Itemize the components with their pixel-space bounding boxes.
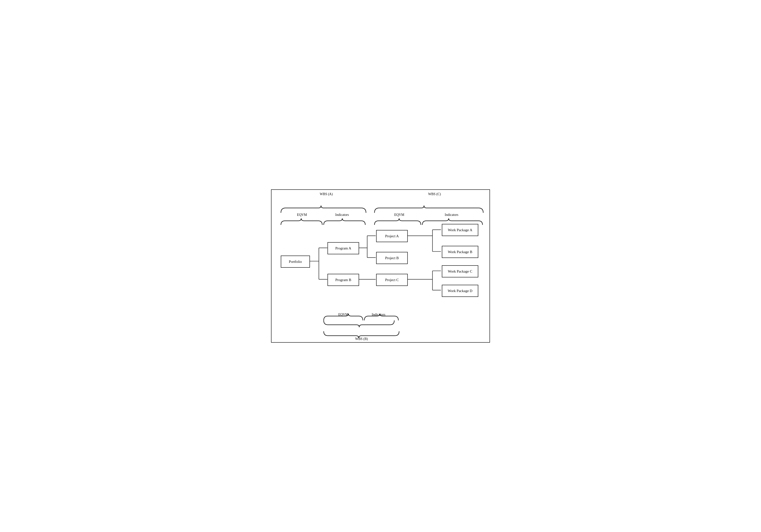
indicators-bottom-label: Indicators	[363, 313, 394, 317]
project-a-label: Project A	[385, 234, 399, 238]
wp-a-label: Work Package A	[448, 228, 472, 232]
portfolio-label: Portfolio	[289, 260, 302, 264]
project-c-label: Project C	[385, 278, 399, 282]
project-a-box: Project A	[376, 230, 408, 242]
portfolio-box: Portfolio	[281, 256, 310, 268]
program-a-box: Program A	[327, 242, 359, 254]
project-b-box: Project B	[376, 252, 408, 264]
project-b-label: Project B	[385, 256, 399, 260]
wp-d-label: Work Package D	[448, 289, 472, 293]
project-c-box: Project C	[376, 274, 408, 286]
diagram-container: Portfolio Program A Program B Project A …	[271, 189, 490, 343]
wp-b-label: Work Package B	[448, 250, 472, 254]
wp-d-box: Work Package D	[442, 285, 478, 297]
program-a-label: Program A	[335, 246, 351, 251]
eqvm-top-right-label: EQVM	[381, 213, 418, 217]
program-b-label: Program B	[335, 278, 351, 282]
eqvm-bottom-label: EQVM	[330, 313, 357, 317]
program-b-box: Program B	[327, 274, 359, 286]
wp-c-label: Work Package C	[448, 269, 472, 273]
eqvm-top-left-label: EQVM	[286, 213, 318, 217]
indicators-top-right-label: Indicators	[427, 213, 476, 217]
wp-b-box: Work Package B	[442, 246, 478, 258]
wp-c-box: Work Package C	[442, 265, 478, 277]
wbs-a-label: WBS (A)	[308, 192, 344, 196]
indicators-top-left-label: Indicators	[324, 213, 360, 217]
wp-a-box: Work Package A	[442, 224, 478, 236]
wbs-b-label: WBS (B)	[343, 337, 380, 341]
wbs-c-label: WBS (C)	[410, 192, 459, 196]
